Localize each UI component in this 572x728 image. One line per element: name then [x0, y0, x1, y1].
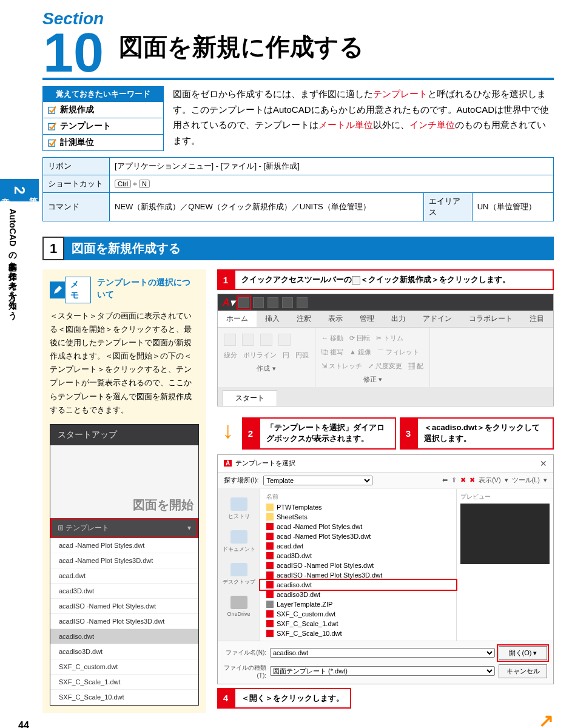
file-item[interactable]: SheetSets: [260, 512, 456, 522]
file-item[interactable]: acadISO -Named Plot Styles3D.dwt: [260, 570, 456, 580]
file-item[interactable]: SXF_C_Scale_10.dwt: [260, 629, 456, 638]
file-item[interactable]: PTWTemplates: [260, 502, 456, 512]
delete-icon[interactable]: ✖: [460, 476, 466, 484]
chapter-side-tab: 第 2 章 AutoCADの基本的な操作と考え方を知ろう: [0, 179, 24, 322]
file-item[interactable]: acadISO -Named Plot Styles.dwt: [260, 561, 456, 570]
tool-label[interactable]: ポリライン: [243, 351, 277, 360]
ribbon-tab[interactable]: 管理: [351, 311, 383, 327]
ribbon-tab[interactable]: 注釈: [288, 311, 320, 327]
dialog-title-text: テンプレートを選択: [235, 459, 295, 468]
filetype-select[interactable]: 図面テンプレート (*.dwt): [270, 666, 495, 676]
file-item[interactable]: SXF_C_Scale_1.dwt: [260, 619, 456, 629]
sidebar-documents[interactable]: ドキュメント: [218, 525, 260, 558]
plot-icon[interactable]: [297, 297, 308, 308]
ribbon-panel-draw: 線分 ポリライン 円 円弧 作成 ▾: [218, 328, 315, 387]
file-item[interactable]: LayerTemplate.ZIP: [260, 599, 456, 609]
ribbon-tab[interactable]: 挿入: [257, 311, 288, 327]
tool-label[interactable]: 回転: [357, 334, 370, 342]
dwt-icon: [266, 533, 274, 540]
tool-label[interactable]: 複写: [330, 348, 343, 356]
open-button[interactable]: 開く(O) ▾: [499, 646, 547, 660]
ribbon-tab[interactable]: アドイン: [414, 311, 460, 327]
onedrive-icon: [230, 596, 247, 609]
dwt-icon: [266, 571, 274, 579]
tool-label[interactable]: 線分: [224, 351, 237, 360]
qnew-icon[interactable]: [238, 297, 249, 308]
sidebar-onedrive[interactable]: OneDrive: [218, 591, 260, 622]
circle-icon[interactable]: [260, 334, 272, 346]
grid-icon: ⊞: [58, 524, 66, 532]
tool-label[interactable]: 移動: [330, 334, 343, 342]
tool-label[interactable]: 円: [283, 351, 289, 360]
list-item[interactable]: acadISO -Named Plot Styles.dwt: [50, 599, 198, 614]
memo-label: メモ: [65, 277, 91, 303]
step-2-callout: 2 「テンプレートを選択」ダイアログボックスが表示されます。: [242, 417, 396, 449]
file-item[interactable]: SXF_C_custom.dwt: [260, 609, 456, 619]
file-name: acadiso3D.dwt: [277, 591, 320, 598]
command-label: コマンド: [43, 193, 110, 221]
list-item[interactable]: acad -Named Plot Styles.dwt: [50, 538, 198, 553]
ribbon-label: リボン: [43, 158, 110, 175]
autocad-logo-icon: A▾: [223, 297, 235, 308]
memo-body: ＜スタート＞タブの画面に表示されている＜図面を開始＞をクリックすると、最後に使用…: [50, 309, 199, 417]
file-item[interactable]: acad3D.dwt: [260, 551, 456, 561]
tool-label[interactable]: 尺度変更: [375, 362, 402, 369]
file-item[interactable]: acadiso.dwt: [260, 580, 456, 590]
ribbon-tab[interactable]: コラボレート: [460, 311, 521, 327]
file-item[interactable]: acad -Named Plot Styles3D.dwt: [260, 531, 456, 541]
list-item[interactable]: acadISO -Named Plot Styles3D.dwt: [50, 614, 198, 629]
file-name: SXF_C_custom.dwt: [277, 610, 335, 618]
list-item[interactable]: acadiso.dwt: [50, 629, 198, 644]
tool-label[interactable]: フィレット: [386, 348, 419, 356]
ribbon-tab[interactable]: 注目: [521, 311, 553, 327]
tool-label[interactable]: トリム: [383, 334, 403, 342]
tool-label[interactable]: ストレッチ: [329, 362, 362, 369]
delete2-icon[interactable]: ✖: [469, 476, 475, 484]
history-icon: [230, 497, 247, 511]
up-icon[interactable]: ⇧: [451, 476, 457, 484]
list-item[interactable]: SXF_C_Scale_10.dwt: [50, 690, 198, 705]
tool-label[interactable]: 円弧: [295, 351, 309, 360]
cancel-button[interactable]: キャンセル: [499, 664, 547, 678]
file-item[interactable]: acad.dwt: [260, 541, 456, 551]
ribbon-tab[interactable]: 出力: [383, 311, 414, 327]
name-column-header[interactable]: 名前: [260, 491, 456, 502]
list-item[interactable]: acad -Named Plot Styles3D.dwt: [50, 553, 198, 568]
start-tab[interactable]: スタート: [223, 390, 277, 406]
ribbon-panel-modify: ↔ 移動 ⟳ 回転 ✂ トリム ⿻ 複写 ▲ 鏡像 ⌒ フィレット ⇲ ストレッ…: [315, 328, 430, 387]
save-icon[interactable]: [267, 297, 278, 308]
list-item[interactable]: SXF_C_custom.dwt: [50, 659, 198, 675]
saveas-icon[interactable]: [282, 297, 293, 308]
memo-badge: メモ: [50, 277, 91, 303]
view-button[interactable]: 表示(V): [479, 476, 501, 485]
back-icon[interactable]: ⬅: [442, 476, 448, 484]
filename-input[interactable]: acadiso.dwt: [270, 648, 495, 658]
file-item[interactable]: acadiso3D.dwt: [260, 590, 456, 599]
zip-icon: [266, 601, 274, 608]
step-number: 4: [217, 688, 234, 709]
open-icon[interactable]: [253, 297, 264, 308]
polyline-icon[interactable]: [242, 334, 254, 346]
tool-label[interactable]: 配: [417, 362, 423, 369]
file-item[interactable]: acad -Named Plot Styles.dwt: [260, 522, 456, 531]
sidebar-history[interactable]: ヒストリ: [218, 493, 260, 525]
line-icon[interactable]: [224, 334, 236, 346]
ribbon-tab[interactable]: 表示: [320, 311, 351, 327]
ribbon-tab-home[interactable]: ホーム: [218, 311, 257, 327]
file-name: LayerTemplate.ZIP: [277, 601, 332, 608]
list-item[interactable]: SXF_C_Scale_1.dwt: [50, 675, 198, 690]
tool-label[interactable]: 鏡像: [358, 348, 371, 356]
template-dropdown[interactable]: ⊞ テンプレート ▾: [50, 518, 198, 538]
quick-access-toolbar: A▾: [218, 294, 553, 311]
lookin-select[interactable]: Template: [263, 476, 372, 485]
close-icon[interactable]: ✕: [540, 459, 547, 468]
dwt-icon: [266, 523, 274, 530]
list-item[interactable]: acad3D.dwt: [50, 584, 198, 599]
dialog-toolbar: 探す場所(I): Template ⬅ ⇧ ✖ ✖ 表示(V)▾ ツール(L)▾: [218, 473, 553, 489]
arc-icon[interactable]: [278, 334, 291, 346]
filename-label: ファイル名(N):: [224, 649, 266, 657]
list-item[interactable]: acadiso3D.dwt: [50, 644, 198, 659]
sidebar-desktop[interactable]: デスクトップ: [218, 558, 260, 591]
list-item[interactable]: acad.dwt: [50, 568, 198, 584]
tools-button[interactable]: ツール(L): [512, 476, 540, 485]
